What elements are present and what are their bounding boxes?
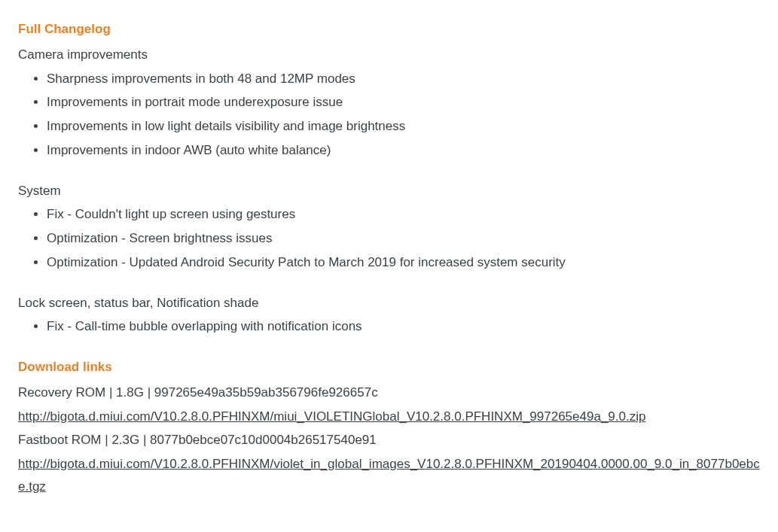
fastboot-rom-link[interactable]: http://bigota.d.miui.com/V10.2.8.0.PFHIN… bbox=[18, 453, 760, 498]
list-item: Optimization - Screen brightness issues bbox=[47, 227, 760, 250]
list-item: Improvements in portrait mode underexpos… bbox=[47, 91, 760, 114]
list-item: Improvements in indoor AWB (auto white b… bbox=[47, 139, 760, 162]
recovery-rom-label: Recovery ROM | 1.8G | 997265e49a35b59ab3… bbox=[18, 382, 760, 404]
recovery-rom-link[interactable]: http://bigota.d.miui.com/V10.2.8.0.PFHIN… bbox=[18, 406, 645, 428]
list-item: Optimization - Updated Android Security … bbox=[47, 251, 760, 274]
list-item: Improvements in low light details visibi… bbox=[47, 115, 760, 138]
changelog-heading: Full Changelog bbox=[18, 18, 760, 41]
system-list: Fix - Couldn't light up screen using ges… bbox=[18, 203, 760, 273]
list-item: Fix - Couldn't light up screen using ges… bbox=[47, 203, 760, 226]
list-item: Fix - Call-time bubble overlapping with … bbox=[47, 315, 760, 338]
camera-list: Sharpness improvements in both 48 and 12… bbox=[18, 68, 760, 162]
lockscreen-list: Fix - Call-time bubble overlapping with … bbox=[18, 315, 760, 338]
downloads-heading: Download links bbox=[18, 356, 760, 378]
lockscreen-section-title: Lock screen, status bar, Notification sh… bbox=[18, 292, 760, 315]
list-item: Sharpness improvements in both 48 and 12… bbox=[47, 68, 760, 90]
system-section-title: System bbox=[18, 180, 760, 202]
camera-section-title: Camera improvements bbox=[18, 44, 760, 66]
fastboot-rom-label: Fastboot ROM | 2.3G | 8077b0ebce07c10d00… bbox=[18, 429, 760, 451]
